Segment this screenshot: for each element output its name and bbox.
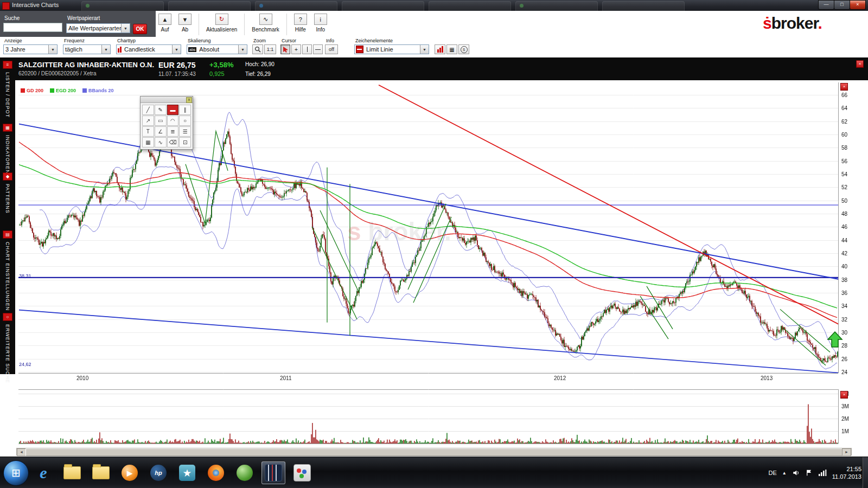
cursor-vline-button[interactable] xyxy=(302,44,312,54)
speaker-icon[interactable] xyxy=(792,469,800,477)
zoom-lens-button[interactable] xyxy=(252,44,263,54)
sidebar-item-listen-depot[interactable]: ≡LISTEN / DEPOT xyxy=(0,61,15,118)
background-window-tab[interactable] xyxy=(255,1,337,11)
ok-button[interactable]: OK xyxy=(133,24,147,34)
ab-button[interactable]: ▼Ab xyxy=(178,14,192,33)
draw-grid-button[interactable]: ▦ xyxy=(446,44,457,54)
background-window-tab[interactable] xyxy=(602,1,685,11)
info-icon: i xyxy=(314,14,327,25)
zoom-area-tool[interactable]: ⊡ xyxy=(179,137,191,147)
sidebar-item-chart-einstellungen[interactable]: ▤CHART EINSTELLUNGEN xyxy=(0,230,15,311)
background-window-tab[interactable] xyxy=(81,1,164,11)
zoom-1-1-button[interactable]: 1:1 xyxy=(264,44,276,54)
green-app-icon[interactable] xyxy=(233,461,257,484)
eraser-tool[interactable]: ⌫ xyxy=(167,137,179,147)
grid-tool[interactable]: ▦ xyxy=(142,137,154,147)
chevron-down-icon[interactable]: ▼ xyxy=(48,45,57,54)
chevron-down-icon[interactable]: ▼ xyxy=(172,45,181,54)
chevron-down-icon[interactable]: ▼ xyxy=(420,45,429,54)
minimize-button[interactable]: — xyxy=(818,0,834,10)
stock-info-bar: SALZGITTER AG INHABER-AKTIEN O.N. 620200… xyxy=(0,57,868,80)
background-window-tab[interactable] xyxy=(342,1,424,11)
legend-item: BBands 20 xyxy=(82,88,114,93)
fibonacci-tool[interactable]: ≣ xyxy=(167,126,179,137)
limit-line-tool[interactable]: ▬ xyxy=(167,105,179,115)
skalierung-select[interactable]: abs Absolut▼ xyxy=(187,44,247,54)
show-desktop-button[interactable] xyxy=(863,457,868,488)
cursor-hline-button[interactable] xyxy=(313,44,323,54)
hp-app-icon[interactable]: hp xyxy=(146,461,170,484)
palette-close-icon[interactable]: x xyxy=(186,97,192,103)
palette-title-bar[interactable]: x xyxy=(141,97,193,103)
chevron-down-icon[interactable]: ▼ xyxy=(121,24,130,33)
vertical-lines-tool[interactable]: ☰ xyxy=(179,126,191,137)
parallel-lines-tool[interactable]: ∥ xyxy=(179,105,191,115)
taskbar-clock[interactable]: 21:55 11.07.2013 xyxy=(832,465,861,480)
maximize-button[interactable]: □ xyxy=(834,0,850,10)
hilfe-button[interactable]: ?Hilfe xyxy=(294,14,307,33)
media-player-icon[interactable]: ▶ xyxy=(118,461,142,484)
scroll-left-button[interactable]: ◄ xyxy=(17,448,26,456)
close-volume-pane-icon[interactable]: × xyxy=(840,391,848,399)
angle-tool[interactable]: ∠ xyxy=(155,126,167,137)
firefox-icon[interactable] xyxy=(204,461,228,484)
windows-explorer-icon[interactable] xyxy=(60,461,84,484)
internet-explorer-icon-glyph: e xyxy=(35,465,52,481)
action-center-flag-icon[interactable] xyxy=(806,469,813,477)
button-label: Hilfe xyxy=(295,27,306,33)
search-label: Suche xyxy=(4,15,20,21)
auf-button[interactable]: ▲Auf xyxy=(158,14,171,33)
ellipse-tool[interactable]: ○ xyxy=(179,115,191,126)
search-input[interactable] xyxy=(3,23,62,32)
background-window-tab[interactable] xyxy=(429,1,511,11)
text-tool[interactable]: T xyxy=(142,126,154,137)
volume-chart-canvas[interactable] xyxy=(16,389,852,446)
horizontal-scrollbar[interactable]: ◄ ► xyxy=(16,448,852,455)
scroll-right-button[interactable]: ► xyxy=(842,448,851,456)
frequenz-select[interactable]: täglich▼ xyxy=(63,44,111,54)
language-indicator[interactable]: DE xyxy=(769,470,777,476)
file-folder-icon[interactable] xyxy=(89,461,113,484)
draw-columns-button[interactable] xyxy=(435,44,445,54)
pencil-tool[interactable]: ✎ xyxy=(155,105,167,115)
aktualisieren-button[interactable]: ↻Aktualisieren xyxy=(206,14,237,33)
draw-settings-button[interactable]: S xyxy=(458,44,469,54)
charttyp-select[interactable]: Candlestick▼ xyxy=(116,44,181,54)
favorites-app-icon[interactable]: ★ xyxy=(175,461,199,484)
chevron-down-icon[interactable]: ▼ xyxy=(238,45,247,54)
line-tool[interactable]: ╱ xyxy=(142,105,154,115)
ab-icon: ▼ xyxy=(178,14,192,25)
cursor-arrow-button[interactable] xyxy=(280,44,290,54)
chevron-down-icon[interactable]: ▼ xyxy=(101,45,110,54)
arc-tool[interactable]: ◠ xyxy=(167,115,179,126)
scrollbar-thumb[interactable] xyxy=(25,448,843,456)
interactive-charts-app-icon[interactable] xyxy=(261,461,285,484)
background-window-tab[interactable] xyxy=(168,1,251,11)
anzeige-select[interactable]: 3 Jahre▼ xyxy=(3,44,58,54)
stock-name: SALZGITTER AG INHABER-AKTIEN O.N. xyxy=(18,61,154,69)
sidebar-item-patterns[interactable]: ◆PATTERNS xyxy=(0,172,15,214)
benchmark-button[interactable]: ∿Benchmark xyxy=(252,14,279,33)
paint-app-icon[interactable] xyxy=(290,461,314,484)
info-toggle-button[interactable]: off xyxy=(325,44,338,54)
close-price-pane-icon[interactable]: × xyxy=(840,83,848,91)
sidebar-item-indikatoren[interactable]: ▦INDIKATOREN xyxy=(0,124,15,174)
palette-grid: ╱✎▬∥↗▭◠○T∠≣☰▦∿⌫⊡ xyxy=(141,103,193,149)
trend-arrow-tool[interactable]: ↗ xyxy=(142,115,154,126)
close-view-icon[interactable]: × xyxy=(856,60,864,68)
cursor-crosshair-button[interactable]: + xyxy=(291,44,301,54)
start-button[interactable]: ⊞ xyxy=(3,460,29,486)
tray-expand-icon[interactable]: ▲ xyxy=(782,471,787,476)
network-icon[interactable] xyxy=(818,469,827,477)
background-window-tab[interactable] xyxy=(515,1,598,11)
internet-explorer-icon[interactable]: e xyxy=(31,461,55,484)
close-button[interactable]: × xyxy=(850,0,866,10)
drawing-tools-palette[interactable]: x ╱✎▬∥↗▭◠○T∠≣☰▦∿⌫⊡ xyxy=(140,96,193,150)
info-button[interactable]: iInfo xyxy=(314,14,327,33)
wertpapierart-select[interactable]: Alle Wertpapierarten ▼ xyxy=(66,23,130,33)
rectangle-tool[interactable]: ▭ xyxy=(155,115,167,126)
freehand-tool[interactable]: ∿ xyxy=(155,137,167,147)
legend-swatch xyxy=(21,88,25,93)
zeichenelemente-select[interactable]: Limit Linie▼ xyxy=(354,44,429,54)
sidebar-item-erweiterte-suche[interactable]: ○ERWEITERTE SUCHE xyxy=(0,313,15,383)
